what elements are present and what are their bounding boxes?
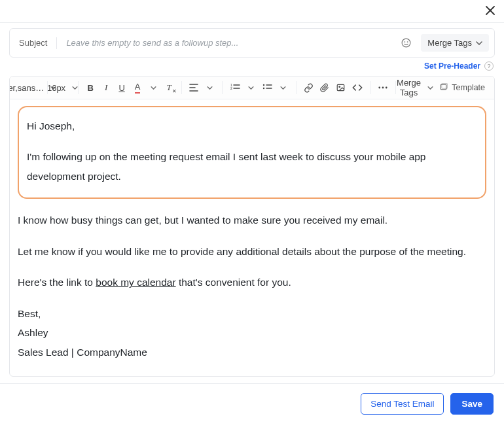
close-icon[interactable] [486,5,495,17]
send-test-email-button[interactable]: Send Test Email [361,393,444,415]
svg-point-3 [405,42,405,43]
text-color-chevron[interactable] [146,79,160,96]
body-paragraph: I know how busy things can get, but I wa… [18,211,486,230]
emoji-icon[interactable] [401,37,412,48]
toolbar: inter,sans… 16px B I U A T✕ 12 [10,77,494,99]
set-preheader-link[interactable]: Set Pre-Header [424,61,480,71]
svg-point-19 [379,87,381,89]
chevron-down-icon [427,86,433,90]
svg-point-21 [386,87,387,89]
bold-button[interactable]: B [83,79,98,96]
underline-button[interactable]: U [115,79,129,96]
help-icon[interactable]: ? [484,61,494,71]
ordered-list-button[interactable]: 12 [228,79,243,96]
merge-tags-button[interactable]: Merge Tags [421,34,489,52]
editor-body[interactable]: Hi Joseph, I'm following up on the meeti… [10,99,494,376]
svg-point-18 [339,86,340,88]
clear-format-button[interactable]: T✕ [162,79,176,96]
attachment-button[interactable] [317,79,332,96]
subject-label: Subject [19,38,47,48]
text-color-button[interactable]: A [130,79,145,96]
body-paragraph: Let me know if you would like me to prov… [18,242,486,261]
save-button[interactable]: Save [450,393,494,415]
subject-input[interactable] [66,38,391,48]
subject-row: Subject Merge Tags [9,28,495,58]
svg-point-13 [263,84,264,86]
more-button[interactable] [376,79,390,96]
footer: Send Test Email Save [0,383,504,415]
align-button[interactable] [187,79,201,96]
body-paragraph: I'm following up on the meeting request … [27,147,477,186]
italic-button[interactable]: I [99,79,113,96]
toolbar-merge-tags-button[interactable]: Merge Tags [401,79,429,96]
editor: inter,sans… 16px B I U A T✕ 12 [9,76,495,377]
calendar-link[interactable]: book my calendar [96,277,175,288]
align-chevron[interactable] [202,79,217,96]
body-paragraph: Here's the link to book my calendar that… [18,273,486,292]
template-button[interactable]: Template [434,80,490,95]
template-icon [439,82,448,93]
svg-point-20 [382,87,384,89]
highlighted-intro: Hi Joseph, I'm following up on the meeti… [18,106,486,199]
signature: Best, Ashley Sales Lead | CompanyName [18,304,486,362]
svg-rect-17 [337,84,344,90]
image-button[interactable] [333,79,348,96]
font-family-select[interactable]: inter,sans… [14,79,42,96]
ordered-list-chevron[interactable] [244,79,259,96]
chevron-down-icon [72,86,78,90]
svg-point-14 [263,88,264,89]
bullet-list-button[interactable] [260,79,275,96]
body-greeting: Hi Joseph, [27,116,477,135]
code-button[interactable] [350,79,365,96]
divider [56,37,57,49]
chevron-down-icon [476,39,482,46]
link-button[interactable] [301,79,316,96]
svg-text:2: 2 [230,86,232,90]
bullet-list-chevron[interactable] [276,79,291,96]
svg-point-2 [402,39,410,47]
font-size-select[interactable]: 16px [52,79,73,96]
svg-point-4 [408,42,408,43]
